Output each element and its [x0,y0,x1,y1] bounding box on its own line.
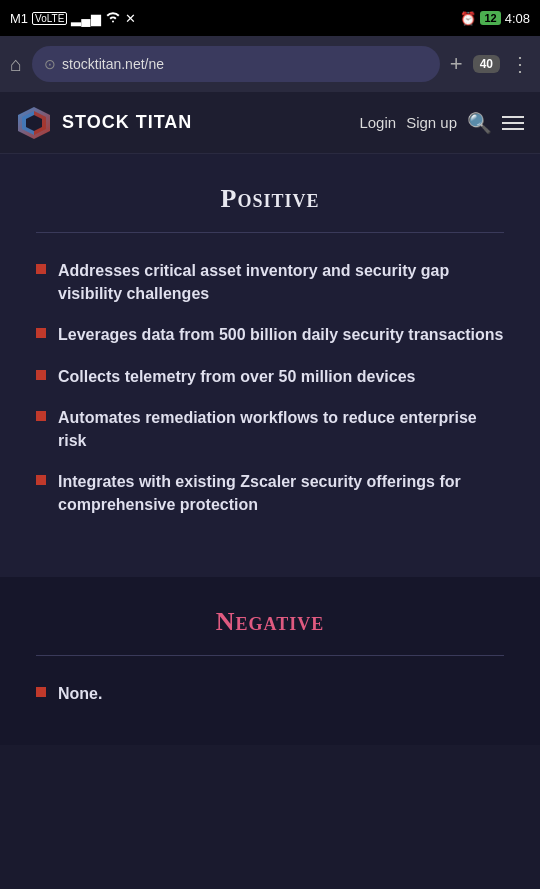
list-item: Integrates with existing Zscaler securit… [36,470,504,516]
extra-icon: ✕ [125,11,136,26]
main-content: Positive Addresses critical asset invent… [0,154,540,745]
bullet-text: Automates remediation workflows to reduc… [58,406,504,452]
url-text: stocktitan.net/ne [62,56,164,72]
negative-title: Negative [36,607,504,637]
url-security-icon: ⊙ [44,56,56,72]
bullet-text: Integrates with existing Zscaler securit… [58,470,504,516]
status-right: ⏰ 12 4:08 [460,11,530,26]
list-item: Collects telemetry from over 50 million … [36,365,504,388]
hamburger-menu[interactable] [502,116,524,130]
bullet-icon [36,264,46,274]
status-left: M1 VoLTE ▂▄▆ ✕ [10,11,136,26]
signal-icon: ▂▄▆ [71,11,100,26]
url-bar[interactable]: ⊙ stocktitan.net/ne [32,46,440,82]
signup-button[interactable]: Sign up [406,114,457,131]
alarm-icon: ⏰ [460,11,476,26]
list-item: None. [36,682,504,705]
bullet-icon [36,411,46,421]
bullet-icon [36,328,46,338]
bullet-text: Leverages data from 500 billion daily se… [58,323,504,346]
nav-bar: STOCK TITAN Login Sign up 🔍 [0,92,540,154]
logo-text: STOCK TITAN [62,112,192,133]
time-label: 4:08 [505,11,530,26]
battery-indicator: 12 [480,11,500,25]
positive-bullet-list: Addresses critical asset inventory and s… [36,259,504,517]
bullet-icon [36,370,46,380]
positive-divider [36,232,504,233]
browser-bar: ⌂ ⊙ stocktitan.net/ne + 40 ⋮ [0,36,540,92]
status-bar: M1 VoLTE ▂▄▆ ✕ ⏰ 12 4:08 [0,0,540,36]
bullet-text: Addresses critical asset inventory and s… [58,259,504,305]
logo-icon [16,105,52,141]
search-icon[interactable]: 🔍 [467,111,492,135]
negative-bullet-list: None. [36,682,504,705]
tabs-count[interactable]: 40 [473,55,500,73]
positive-title: Positive [36,184,504,214]
logo-wrapper[interactable]: STOCK TITAN [16,105,192,141]
wifi-icon [105,11,121,26]
carrier-label: M1 [10,11,28,26]
bullet-text: None. [58,682,102,705]
new-tab-button[interactable]: + [450,51,463,77]
list-item: Leverages data from 500 billion daily se… [36,323,504,346]
bullet-icon [36,687,46,697]
bullet-text: Collects telemetry from over 50 million … [58,365,415,388]
bullet-icon [36,475,46,485]
negative-section: Negative None. [0,577,540,745]
browser-menu-button[interactable]: ⋮ [510,52,530,76]
positive-section: Positive Addresses critical asset invent… [0,154,540,557]
list-item: Automates remediation workflows to reduc… [36,406,504,452]
browser-home-icon[interactable]: ⌂ [10,53,22,76]
volte-label: VoLTE [32,12,67,25]
login-button[interactable]: Login [359,114,396,131]
negative-divider [36,655,504,656]
list-item: Addresses critical asset inventory and s… [36,259,504,305]
